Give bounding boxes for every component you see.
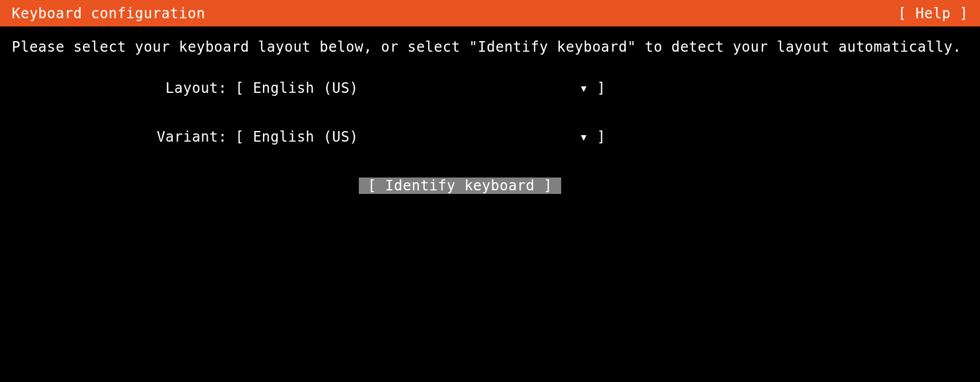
variant-value: English (US) (253, 129, 579, 145)
variant-label: Variant: (121, 129, 235, 145)
layout-label: Layout: (121, 80, 235, 96)
bracket-open: [ (235, 129, 253, 145)
page-title: Keyboard configuration (12, 5, 205, 22)
help-button[interactable]: [ Help ] (898, 5, 968, 22)
variant-row: Variant: [ English (US) ▾ ] (121, 129, 968, 145)
layout-row: Layout: [ English (US) ▾ ] (121, 80, 968, 96)
bracket-close: ] (597, 80, 606, 96)
bracket-open: [ (235, 80, 253, 96)
chevron-down-icon: ▾ (579, 129, 597, 145)
header-bar: Keyboard configuration [ Help ] (0, 0, 980, 26)
instruction-text: Please select your keyboard layout below… (12, 38, 968, 56)
bracket-close: ] (597, 129, 606, 145)
layout-value: English (US) (253, 80, 579, 96)
main-content: Please select your keyboard layout below… (0, 26, 980, 206)
identify-keyboard-button[interactable]: [ Identify keyboard ] (359, 177, 561, 194)
variant-select[interactable]: [ English (US) ▾ ] (235, 129, 606, 145)
layout-select[interactable]: [ English (US) ▾ ] (235, 80, 606, 96)
chevron-down-icon: ▾ (579, 80, 597, 96)
